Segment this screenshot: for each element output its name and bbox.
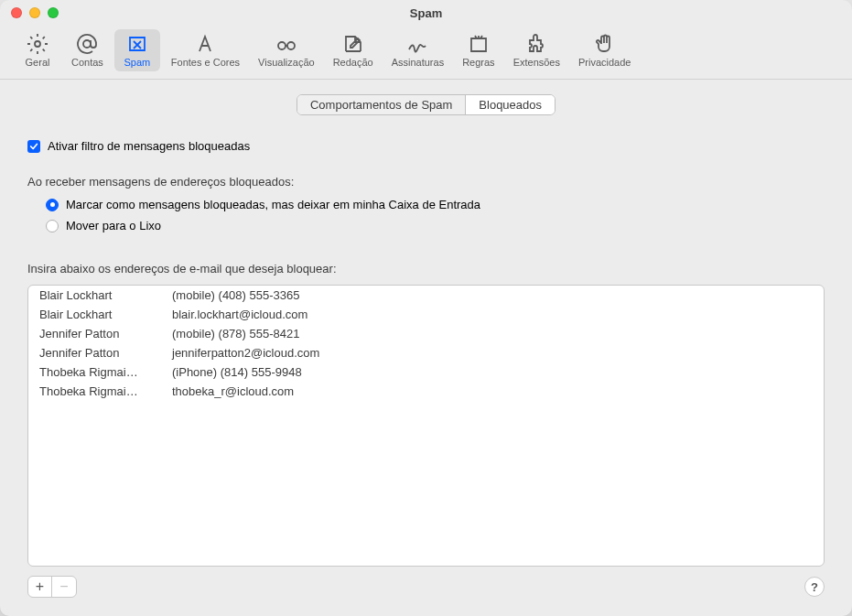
signature-icon: [406, 33, 428, 55]
close-window-button[interactable]: [11, 7, 22, 18]
toolbar-regras[interactable]: Regras: [455, 29, 501, 71]
toolbar-contas[interactable]: Contas: [64, 29, 111, 71]
toolbar-assinaturas[interactable]: Assinaturas: [384, 29, 451, 71]
row-address: blair.lockhart@icloud.com: [172, 308, 813, 321]
enable-filter-row: Ativar filtro de mensagens bloqueadas: [27, 139, 825, 153]
radio-mark-inbox[interactable]: [46, 199, 59, 211]
radio-move-trash[interactable]: [46, 220, 59, 232]
receive-heading: Ao receber mensagens de endereços bloque…: [27, 175, 825, 189]
toolbar-label: Extensões: [513, 57, 560, 68]
add-button[interactable]: +: [28, 577, 52, 597]
svg-point-2: [278, 42, 286, 49]
radio-move-trash-label: Mover para o Lixo: [66, 219, 161, 232]
table-row[interactable]: Blair Lockhart blair.lockhart@icloud.com: [28, 305, 824, 324]
toolbar: Geral Contas Spam Fontes e Cores Visuali…: [0, 26, 852, 80]
gear-icon: [27, 33, 49, 55]
row-address: (mobile) (408) 555-3365: [172, 288, 813, 302]
content-pane: Comportamentos de Spam Bloqueados Ativar…: [0, 80, 852, 616]
svg-point-0: [35, 41, 40, 47]
spam-icon: [126, 33, 148, 55]
table-row[interactable]: Blair Lockhart (mobile) (408) 555-3365: [28, 286, 824, 305]
toolbar-spam[interactable]: Spam: [114, 29, 160, 71]
table-row[interactable]: Jennifer Patton jenniferpatton2@icloud.c…: [28, 343, 824, 362]
help-button[interactable]: ?: [804, 577, 825, 597]
svg-point-3: [287, 42, 295, 49]
toolbar-label: Visualização: [258, 57, 315, 68]
radio-move-trash-row: Mover para o Lixo: [46, 219, 825, 232]
row-name: Blair Lockhart: [39, 288, 172, 302]
tab-blocked[interactable]: Bloqueados: [466, 95, 555, 114]
toolbar-label: Redação: [333, 57, 373, 68]
check-icon: [29, 142, 38, 151]
toolbar-fontes[interactable]: Fontes e Cores: [164, 29, 247, 71]
row-address: thobeka_r@icloud.com: [172, 384, 813, 398]
add-remove-group: + −: [27, 576, 77, 598]
toolbar-label: Privacidade: [578, 57, 631, 68]
toolbar-label: Spam: [124, 57, 150, 68]
rules-icon: [468, 33, 490, 55]
toolbar-extensoes[interactable]: Extensões: [506, 29, 567, 71]
table-row[interactable]: Jennifer Patton (mobile) (878) 555-8421: [28, 324, 824, 343]
radio-mark-inbox-row: Marcar como mensagens bloqueadas, mas de…: [46, 198, 825, 211]
hand-icon: [594, 33, 616, 55]
at-icon: [76, 33, 98, 55]
toolbar-label: Assinaturas: [392, 57, 444, 68]
blocked-table-body: Blair Lockhart (mobile) (408) 555-3365 B…: [28, 286, 824, 401]
row-name: Jennifer Patton: [39, 346, 172, 360]
titlebar: Spam: [0, 0, 852, 26]
enable-filter-label: Ativar filtro de mensagens bloqueadas: [48, 139, 250, 153]
blocked-table[interactable]: Blair Lockhart (mobile) (408) 555-3365 B…: [27, 285, 825, 567]
window-title: Spam: [410, 6, 442, 20]
remove-button[interactable]: −: [52, 577, 76, 597]
row-name: Thobeka Rigmai…: [39, 384, 172, 398]
row-address: (mobile) (878) 555-8421: [172, 327, 813, 340]
zoom-window-button[interactable]: [48, 7, 59, 18]
receive-radio-group: Marcar como mensagens bloqueadas, mas de…: [27, 198, 825, 240]
minimize-window-button[interactable]: [29, 7, 40, 18]
enable-filter-checkbox[interactable]: [27, 140, 40, 153]
toolbar-label: Contas: [71, 57, 103, 68]
toolbar-redacao[interactable]: Redação: [326, 29, 381, 71]
puzzle-icon: [525, 33, 547, 55]
row-name: Thobeka Rigmai…: [39, 365, 172, 379]
table-heading: Insira abaixo os endereços de e-mail que…: [27, 262, 825, 276]
toolbar-visualizacao[interactable]: Visualização: [251, 29, 322, 71]
font-icon: [194, 33, 216, 55]
svg-point-1: [83, 40, 91, 48]
row-name: Jennifer Patton: [39, 327, 172, 340]
toolbar-label: Fontes e Cores: [171, 57, 240, 68]
row-name: Blair Lockhart: [39, 308, 172, 321]
toolbar-label: Geral: [26, 57, 50, 68]
footer: + − ?: [27, 576, 825, 598]
tab-spam-behaviors[interactable]: Comportamentos de Spam: [297, 95, 466, 114]
compose-icon: [342, 33, 364, 55]
radio-mark-inbox-label: Marcar como mensagens bloqueadas, mas de…: [66, 198, 480, 211]
toolbar-label: Regras: [462, 57, 494, 68]
toolbar-geral[interactable]: Geral: [15, 29, 60, 71]
row-address: (iPhone) (814) 555-9948: [172, 365, 813, 379]
table-row[interactable]: Thobeka Rigmai… thobeka_r@icloud.com: [28, 382, 824, 401]
toolbar-privacidade[interactable]: Privacidade: [571, 29, 638, 71]
glasses-icon: [275, 33, 297, 55]
table-row[interactable]: Thobeka Rigmai… (iPhone) (814) 555-9948: [28, 362, 824, 382]
row-address: jenniferpatton2@icloud.com: [172, 346, 813, 360]
sub-tabs: Comportamentos de Spam Bloqueados: [297, 94, 555, 115]
preferences-window: Spam Geral Contas Spam Fontes e Cores: [0, 0, 852, 616]
traffic-lights: [11, 7, 59, 18]
